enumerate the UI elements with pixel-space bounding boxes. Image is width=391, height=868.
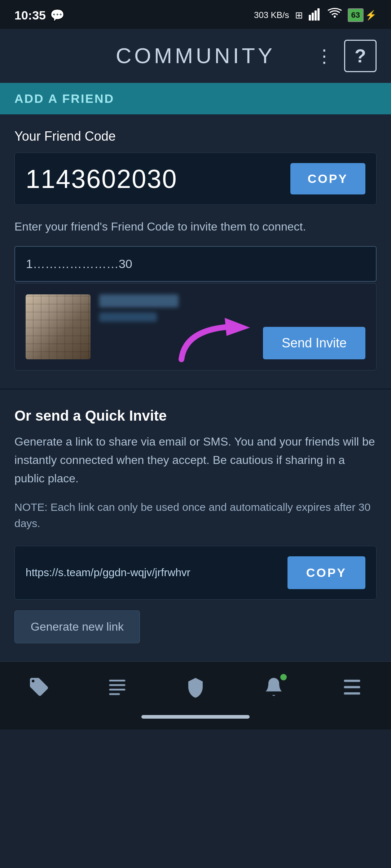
help-button[interactable]: ? (344, 40, 377, 72)
battery-display: 63 ⚡ (348, 8, 377, 22)
svg-rect-11 (344, 686, 360, 688)
status-left: 10:35 💬 (14, 8, 65, 22)
copy-friend-code-button[interactable]: COPY (290, 163, 365, 194)
home-bar (141, 715, 250, 719)
signal-icon (309, 8, 322, 23)
invite-description: Enter your friend's Friend Code to invit… (14, 218, 377, 235)
quick-invite-title: Or send a Quick Invite (14, 408, 377, 424)
status-bar: 10:35 💬 303 KB/s ⊞ (0, 0, 391, 29)
invite-link-text: https://s.team/p/ggdn-wqjv/jrfrwhvr (26, 566, 190, 579)
add-friend-body: Your Friend Code 1143602030 COPY Enter y… (0, 114, 391, 389)
invite-link-row: https://s.team/p/ggdn-wqjv/jrfrwhvr COPY (14, 546, 377, 600)
home-indicator (0, 709, 391, 729)
copy-link-button[interactable]: COPY (287, 556, 365, 589)
add-friend-header: ADD A FRIEND (0, 83, 391, 114)
svg-rect-0 (309, 15, 311, 21)
quick-invite-note: NOTE: Each link can only be used once an… (14, 499, 377, 531)
avatar-pixels (26, 294, 91, 359)
more-options-button[interactable]: ⋮ (315, 45, 333, 66)
friend-code-number: 1143602030 (26, 164, 177, 194)
user-sub-blur (99, 312, 157, 322)
menu-icon (341, 676, 363, 698)
svg-rect-12 (344, 692, 360, 694)
svg-rect-8 (109, 689, 126, 691)
quick-invite-description: Generate a link to share via email or SM… (14, 433, 377, 488)
send-invite-button[interactable]: Send Invite (263, 327, 365, 359)
user-name-blur (99, 294, 179, 307)
wifi-icon (328, 8, 342, 23)
header-title: COMMUNITY (116, 43, 275, 68)
user-info (99, 294, 365, 322)
battery-bolt: ⚡ (365, 10, 377, 21)
svg-rect-6 (109, 680, 126, 681)
shield-icon (185, 676, 206, 698)
app-header: COMMUNITY ⋮ ? (0, 29, 391, 83)
svg-rect-10 (344, 680, 360, 682)
whatsapp-icon: 💬 (50, 8, 65, 22)
friend-code-label: Your Friend Code (14, 129, 377, 144)
list-icon (106, 676, 128, 698)
svg-rect-1 (312, 13, 314, 21)
battery-level: 63 (348, 8, 364, 22)
nav-store-button[interactable] (21, 672, 57, 701)
bluetooth-icon: ⊞ (295, 10, 303, 21)
generate-new-link-button[interactable]: Generate new link (14, 610, 140, 643)
svg-rect-9 (109, 693, 120, 695)
nav-shield-button[interactable] (177, 672, 214, 701)
notification-dot (280, 674, 287, 680)
friend-code-input[interactable] (14, 246, 377, 282)
friend-code-row: 1143602030 COPY (14, 153, 377, 205)
page-wrapper: 10:35 💬 303 KB/s ⊞ (0, 0, 391, 729)
bottom-nav (0, 661, 391, 709)
quick-invite-section: Or send a Quick Invite Generate a link t… (0, 389, 391, 661)
svg-rect-3 (317, 8, 320, 21)
tag-icon (28, 676, 50, 698)
user-result-area: Send Invite (14, 283, 377, 371)
nav-activity-button[interactable] (99, 672, 135, 701)
add-friend-title: ADD A FRIEND (14, 92, 114, 105)
svg-rect-7 (109, 684, 126, 686)
nav-menu-button[interactable] (334, 672, 370, 701)
nav-notifications-button[interactable] (256, 672, 292, 701)
network-speed: 303 KB/s (254, 10, 289, 20)
status-right: 303 KB/s ⊞ 63 ⚡ (254, 8, 377, 23)
user-avatar (26, 294, 91, 359)
svg-rect-2 (315, 10, 317, 21)
time-display: 10:35 (14, 8, 46, 22)
